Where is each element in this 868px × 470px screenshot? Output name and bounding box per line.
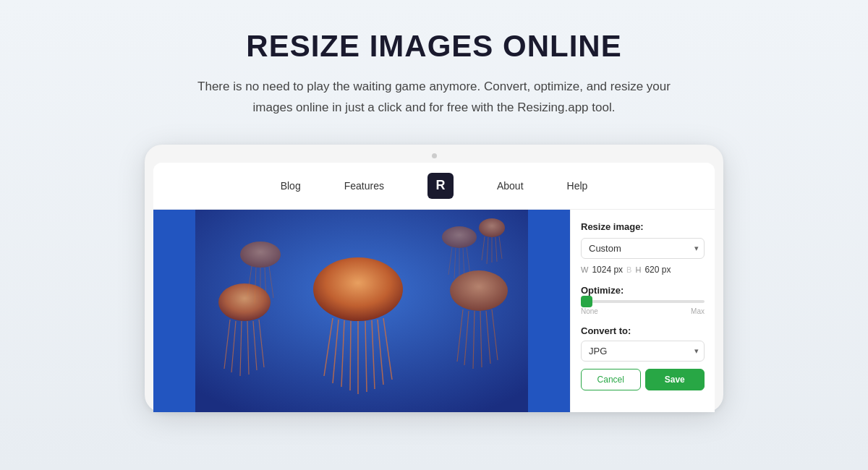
jellyfish-svg bbox=[153, 210, 570, 412]
svg-point-13 bbox=[313, 257, 403, 321]
convert-label: Convert to: bbox=[581, 325, 705, 336]
navbar: Blog Features R About Help bbox=[153, 163, 715, 210]
nav-about[interactable]: About bbox=[497, 180, 524, 192]
device-camera-dot bbox=[432, 153, 437, 158]
slider-max-label: Max bbox=[691, 307, 705, 315]
save-button[interactable]: Save bbox=[645, 369, 705, 390]
height-value: 620 px bbox=[644, 265, 671, 275]
convert-select-wrapper: JPG ▾ bbox=[581, 341, 705, 362]
svg-point-37 bbox=[479, 218, 505, 237]
jellyfish-container bbox=[153, 210, 570, 412]
svg-line-17 bbox=[350, 321, 351, 390]
optimize-section: Optimize: None Max bbox=[581, 285, 705, 315]
image-preview bbox=[153, 210, 570, 412]
link-icon: B bbox=[626, 265, 631, 274]
width-value: 1024 px bbox=[592, 265, 623, 275]
convert-section: Convert to: JPG ▾ Cancel Save bbox=[581, 325, 705, 390]
logo[interactable]: R bbox=[427, 173, 454, 199]
resize-section: Resize image: Custom ▾ W 1024 px B H 620… bbox=[581, 221, 705, 275]
slider-thumb[interactable] bbox=[581, 296, 592, 307]
device-notch bbox=[153, 153, 715, 158]
convert-select[interactable]: JPG bbox=[581, 341, 705, 362]
slider-track[interactable] bbox=[581, 300, 705, 303]
svg-point-7 bbox=[442, 226, 477, 248]
resize-select-wrapper: Custom ▾ bbox=[581, 238, 705, 259]
sidebar-panel: Resize image: Custom ▾ W 1024 px B H 620… bbox=[570, 210, 715, 412]
width-label: W bbox=[581, 265, 588, 274]
svg-point-30 bbox=[450, 270, 508, 311]
device-screen: Blog Features R About Help bbox=[153, 163, 715, 412]
resize-label: Resize image: bbox=[581, 221, 705, 232]
dimensions-row: W 1024 px B H 620 px bbox=[581, 265, 705, 275]
resize-select[interactable]: Custom bbox=[581, 238, 705, 259]
page-title: RESIZE IMAGES ONLINE bbox=[246, 29, 621, 64]
optimize-slider-box: None Max bbox=[581, 300, 705, 315]
logo-letter: R bbox=[435, 178, 445, 193]
slider-min-label: None bbox=[581, 307, 598, 315]
optimize-label: Optimize: bbox=[581, 285, 705, 296]
nav-blog[interactable]: Blog bbox=[281, 180, 301, 192]
device-frame: Blog Features R About Help bbox=[145, 145, 723, 412]
slider-labels: None Max bbox=[581, 307, 705, 315]
svg-point-23 bbox=[218, 283, 271, 321]
app-area: Resize image: Custom ▾ W 1024 px B H 620… bbox=[153, 210, 715, 412]
nav-features[interactable]: Features bbox=[344, 180, 384, 192]
action-buttons: Cancel Save bbox=[581, 369, 705, 390]
page-subtitle: There is no need to play the waiting gam… bbox=[181, 77, 687, 119]
height-label: H bbox=[635, 265, 641, 274]
nav-help[interactable]: Help bbox=[567, 180, 588, 192]
cancel-button[interactable]: Cancel bbox=[581, 369, 641, 390]
svg-point-1 bbox=[240, 242, 281, 268]
